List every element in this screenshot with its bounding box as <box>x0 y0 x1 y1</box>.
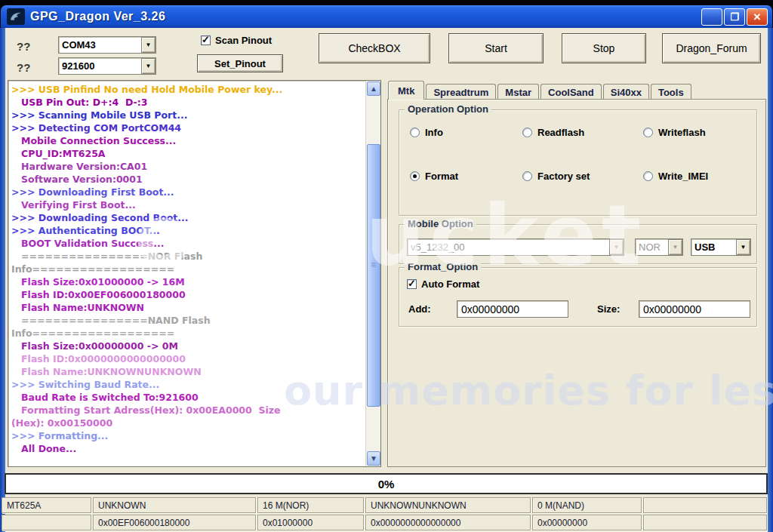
mobile-option-group: Mobile Option v5_1232_00 ▼ NOR ▼ USB ▼ <box>399 224 757 264</box>
auto-format-checkbox[interactable] <box>407 279 417 289</box>
log-line: Software Version:0001 <box>11 173 379 186</box>
tab-tools[interactable]: Tools <box>651 84 691 100</box>
minimize-button[interactable]: _ <box>701 8 722 26</box>
flash-type-select: NOR ▼ <box>635 238 683 256</box>
tab-mstar[interactable]: Mstar <box>497 84 539 100</box>
tab-coolsand[interactable]: CoolSand <box>540 84 602 100</box>
mtk-tab-page: Operation Option InfoReadflashWriteflash… <box>387 99 766 467</box>
table-cell: 0x00000000 <box>532 515 642 530</box>
mobile-model-select: v5_1232_00 ▼ <box>407 238 624 256</box>
log-line: Baud Rate is Switched To:921600 <box>11 391 379 404</box>
chevron-down-icon: ▼ <box>668 239 682 255</box>
chevron-down-icon[interactable]: ▼ <box>141 37 156 53</box>
format-option-group: Format_Option Auto Format Add: Size: <box>399 267 757 327</box>
table-cell: 0x0000000000000000 <box>365 515 531 530</box>
table-cell: 0x01000000 <box>257 515 364 530</box>
log-line: ================NOR Flash <box>11 250 379 263</box>
tab-spreadtrum[interactable]: Spreadtrum <box>426 84 496 100</box>
log-scrollbar[interactable]: ▲ ▼ <box>365 81 380 466</box>
table-cell: UNKNOWNUNKNOWN <box>365 497 531 513</box>
log-line: (Hex): 0x00150000 <box>11 417 379 429</box>
log-line: Flash Name:UNKNOWNUNKNOWN <box>11 365 379 378</box>
maximize-button[interactable]: ❐ <box>724 8 745 26</box>
log-line: Flash Size:0x01000000 -> 16M <box>11 275 379 288</box>
add-address-input[interactable] <box>457 300 568 318</box>
log-line: >>> Detecting COM PortCOM44 <box>11 121 379 134</box>
table-cell: 0x00EF006000180000 <box>93 515 256 530</box>
log-line: Info================== <box>11 327 379 340</box>
radio-label: Factory set <box>537 171 590 182</box>
mobile-model-value: v5_1232_00 <box>408 241 609 253</box>
radio-option-write-imei[interactable]: Write_IMEI <box>643 171 708 182</box>
radio-option-format[interactable]: Format <box>410 171 458 182</box>
tab-si40xx[interactable]: Si40xx <box>603 84 649 100</box>
toolbar-button-stop[interactable]: Stop <box>562 33 646 63</box>
close-button[interactable]: ✕ <box>747 8 768 26</box>
set-pinout-button[interactable]: Set_Pinout <box>197 54 283 72</box>
toolbar-button-dragon-forum[interactable]: Dragon_Forum <box>662 33 761 63</box>
log-panel: >>> USB Pinfind No need Hold Mobile Powe… <box>8 80 381 467</box>
size-input[interactable] <box>639 300 750 318</box>
auto-format-option[interactable]: Auto Format <box>407 278 479 290</box>
scroll-down-icon[interactable]: ▼ <box>367 451 380 466</box>
operation-option-group: Operation Option InfoReadflashWriteflash… <box>399 109 757 216</box>
com-port-select[interactable]: COM43 ▼ <box>58 36 156 54</box>
log-line: Flash Size:0x00000000 -> 0M <box>11 340 379 352</box>
chevron-down-icon[interactable]: ▼ <box>141 58 156 74</box>
interface-select[interactable]: USB ▼ <box>691 238 751 256</box>
chipset-tabs: MtkSpreadtrumMstarCoolSandSi40xxTools <box>388 81 693 100</box>
scan-pinout-checkbox[interactable] <box>201 35 211 45</box>
log-line: USB Pin Out: D+:4 D-:3 <box>11 96 379 109</box>
chevron-down-icon[interactable]: ▼ <box>736 239 750 255</box>
scroll-up-icon[interactable]: ▲ <box>367 81 380 96</box>
mobile-option-legend: Mobile Option <box>405 218 476 229</box>
radio-icon[interactable] <box>410 128 420 137</box>
log-line: All Done... <box>11 442 379 455</box>
scan-pinout-option[interactable]: Scan Pinout <box>201 35 272 46</box>
radio-option-factory-set[interactable]: Factory set <box>522 171 590 182</box>
radio-option-readflash[interactable]: Readflash <box>522 127 584 138</box>
app-window: GPG_Dragon Ver_3.26 _ ❐ ✕ ?? ?? COM43 ▼ … <box>0 0 773 532</box>
format-option-legend: Format_Option <box>405 261 481 272</box>
interface-value: USB <box>691 241 736 253</box>
log-line: >>> USB Pinfind No need Hold Mobile Powe… <box>11 83 379 96</box>
window-border-right <box>768 28 773 532</box>
log-line: Formatting Start Adress(Hex): 0x00EA0000… <box>11 404 379 417</box>
radio-label: Writeflash <box>658 127 706 138</box>
log-line: >>> Switching Baud Rate... <box>11 378 379 391</box>
table-cell: 0 M(NAND) <box>532 497 642 513</box>
com-port-value: COM43 <box>59 39 141 51</box>
title-bar: GPG_Dragon Ver_3.26 _ ❐ ✕ <box>1 5 772 28</box>
dragon-icon <box>9 11 23 23</box>
radio-icon[interactable] <box>643 171 653 181</box>
log-line: >>> Downloading First Boot... <box>11 186 379 198</box>
flash-type-value: NOR <box>636 241 668 253</box>
log-line: CPU_ID:MT625A <box>11 147 379 160</box>
scrollbar-thumb[interactable] <box>367 144 380 407</box>
radio-icon[interactable] <box>522 128 532 137</box>
log-line: Info================== <box>11 263 379 275</box>
table-row: MT625AUNKNOWN16 M(NOR)UNKNOWNUNKNOWN0 M(… <box>2 497 767 513</box>
window-border-left <box>0 28 5 532</box>
radio-icon[interactable] <box>643 128 653 137</box>
log-line: >>> Downloading Second Boot... <box>11 211 379 224</box>
window-title: GPG_Dragon Ver_3.26 <box>30 10 165 23</box>
toolbar-button-checkbox[interactable]: CheckBOX <box>319 33 430 63</box>
baud-question-label: ?? <box>17 61 30 74</box>
radio-option-info[interactable]: Info <box>410 127 443 138</box>
radio-label: Format <box>425 171 458 182</box>
toolbar-button-start[interactable]: Start <box>448 33 544 63</box>
port-question-label: ?? <box>17 40 30 53</box>
radio-icon[interactable] <box>522 171 532 181</box>
radio-label: Info <box>425 127 443 138</box>
radio-option-writeflash[interactable]: Writeflash <box>643 127 706 138</box>
operation-radio-list: InfoReadflashWriteflashFormatFactory set… <box>399 110 756 215</box>
log-line: ================NAND Flash <box>11 314 379 327</box>
log-line: >>> Formatting... <box>11 429 379 442</box>
tab-mtk[interactable]: Mtk <box>388 81 424 100</box>
log-line: Hardware Version:CA01 <box>11 160 379 173</box>
baud-rate-select[interactable]: 921600 ▼ <box>58 57 156 75</box>
radio-icon[interactable] <box>410 171 420 181</box>
log-line: >>> Authenticating BOOT... <box>11 224 379 237</box>
table-row: 0x00EF0060001800000x010000000x0000000000… <box>2 515 767 530</box>
